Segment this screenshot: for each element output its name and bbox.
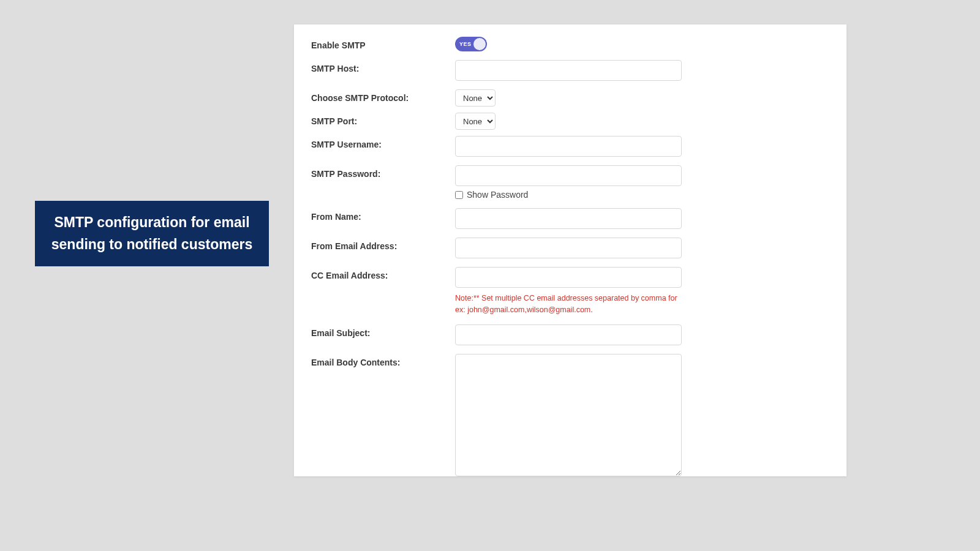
row-from-email: From Email Address:: [311, 238, 829, 258]
input-email-subject[interactable]: [455, 324, 682, 345]
label-smtp-password: SMTP Password:: [311, 165, 455, 179]
smtp-settings-panel: Enable SMTP YES SMTP Host: Choose SMTP P…: [294, 24, 846, 476]
input-smtp-password[interactable]: [455, 165, 682, 186]
label-show-password: Show Password: [467, 190, 528, 200]
toggle-enable-smtp[interactable]: YES: [455, 37, 487, 51]
label-smtp-host: SMTP Host:: [311, 60, 455, 73]
label-from-email: From Email Address:: [311, 238, 455, 251]
input-smtp-username[interactable]: [455, 136, 682, 157]
select-smtp-protocol[interactable]: None: [455, 89, 496, 107]
row-email-subject: Email Subject:: [311, 324, 829, 345]
label-cc-email: CC Email Address:: [311, 267, 455, 280]
row-smtp-host: SMTP Host:: [311, 60, 829, 81]
callout-text: SMTP configuration for email sending to …: [51, 214, 252, 252]
label-from-name: From Name:: [311, 208, 455, 222]
label-smtp-username: SMTP Username:: [311, 136, 455, 149]
row-smtp-port: SMTP Port: None: [311, 113, 829, 130]
input-smtp-host[interactable]: [455, 60, 682, 81]
row-cc-email: CC Email Address: Note:** Set multiple C…: [311, 267, 829, 316]
input-from-name[interactable]: [455, 208, 682, 229]
toggle-knob: [473, 38, 486, 50]
row-smtp-username: SMTP Username:: [311, 136, 829, 157]
label-smtp-protocol: Choose SMTP Protocol:: [311, 89, 455, 103]
textarea-email-body[interactable]: [455, 354, 682, 476]
label-email-subject: Email Subject:: [311, 324, 455, 338]
input-from-email[interactable]: [455, 238, 682, 258]
label-enable-smtp: Enable SMTP: [311, 37, 455, 50]
select-smtp-port[interactable]: None: [455, 113, 496, 130]
label-smtp-port: SMTP Port:: [311, 113, 455, 126]
row-smtp-protocol: Choose SMTP Protocol: None: [311, 89, 829, 107]
label-email-body: Email Body Contents:: [311, 354, 455, 367]
note-cc-email: Note:** Set multiple CC email addresses …: [455, 293, 688, 316]
callout-box: SMTP configuration for email sending to …: [35, 201, 269, 266]
row-email-body: Email Body Contents:: [311, 354, 829, 477]
toggle-enable-smtp-text: YES: [459, 41, 472, 47]
row-smtp-password: SMTP Password: Show Password: [311, 165, 829, 200]
input-cc-email[interactable]: [455, 267, 682, 288]
row-enable-smtp: Enable SMTP YES: [311, 37, 829, 51]
row-from-name: From Name:: [311, 208, 829, 229]
checkbox-show-password[interactable]: [455, 191, 463, 199]
